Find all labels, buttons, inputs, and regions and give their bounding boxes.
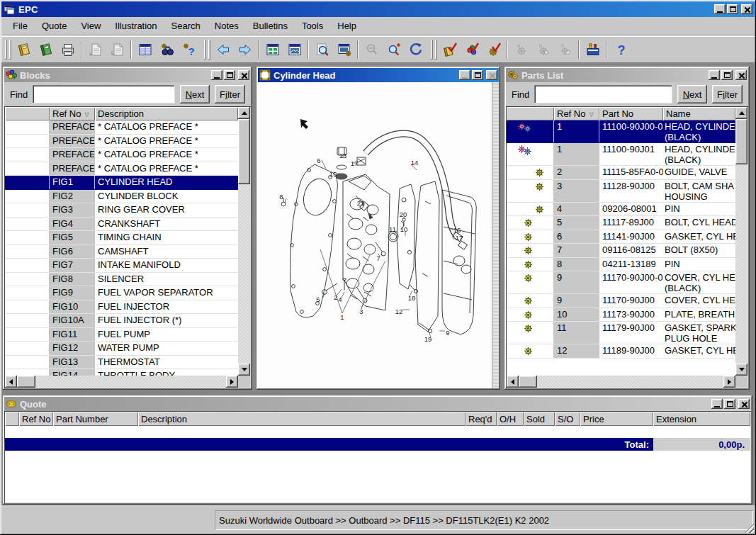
scroll-thumb[interactable] [17, 376, 35, 388]
quote-col-extension[interactable]: Extension [653, 412, 750, 426]
quote-col-reqd[interactable]: Req'd [466, 412, 497, 426]
blocks-row[interactable]: FIG3RING GEAR COVER [5, 203, 238, 218]
blocks-row[interactable]: FIG12WATER PUMP [5, 342, 238, 356]
close-button[interactable] [741, 4, 752, 14]
parts-row[interactable]: 709116-08125BOLT (8X50) [507, 244, 735, 258]
menu-quote[interactable]: Quote [35, 17, 74, 35]
blocks-close-button[interactable] [238, 70, 249, 80]
blocks-horizontal-scrollbar[interactable] [5, 376, 238, 388]
blocks-row[interactable]: FIG7INTAKE MANIFOLD [5, 259, 238, 273]
illustration-settings-button[interactable] [333, 39, 355, 60]
parts-vertical-scrollbar[interactable] [735, 107, 747, 376]
quote-close-button[interactable] [738, 399, 750, 409]
illustration-canvas[interactable]: 13171561482120111016177524311812919 [258, 82, 492, 388]
quote-book-button[interactable] [35, 39, 57, 60]
parts-horizontal-scrollbar[interactable] [507, 376, 735, 388]
parts-row[interactable]: 1111179-90J00GASKET, SPARKPLUG HOLE [507, 322, 735, 344]
blocks-row[interactable]: FIG5TIMING CHAIN [5, 231, 238, 245]
scroll-up-icon[interactable] [735, 107, 747, 119]
scroll-down-icon[interactable] [238, 364, 250, 376]
illustration-maximize-button[interactable] [472, 70, 483, 80]
blocks-filter-button[interactable]: Filter [215, 85, 245, 103]
menu-file[interactable]: File [6, 17, 35, 35]
menu-help[interactable]: Help [330, 17, 363, 35]
parts-col-refno[interactable]: Ref No▽ [554, 107, 599, 120]
quote-col-description[interactable]: Description [138, 412, 466, 426]
parts-row[interactable]: 111100-90J01HEAD, CYLINDE(BLACK) [507, 143, 735, 166]
menu-notes[interactable]: Notes [208, 17, 246, 35]
scroll-right-icon[interactable] [226, 376, 238, 388]
notes-check-button[interactable] [439, 39, 461, 60]
parts-next-button[interactable]: Next [677, 85, 707, 103]
menu-view[interactable]: View [74, 17, 108, 35]
quote-minimize-button[interactable] [711, 399, 723, 409]
scroll-right-icon[interactable] [723, 376, 735, 388]
quote-col-so[interactable]: S/O [555, 412, 580, 426]
parts-find-input[interactable] [534, 85, 672, 103]
table-view-button[interactable] [134, 39, 156, 60]
scroll-down-icon[interactable] [735, 364, 747, 376]
blocks-next-button[interactable]: Next [180, 85, 210, 103]
forward-button[interactable] [234, 39, 256, 60]
quote-col-price[interactable]: Price [580, 412, 653, 426]
parts-col-icon[interactable] [507, 107, 554, 120]
scroll-thumb[interactable] [735, 119, 747, 164]
bulletins-check-button[interactable] [461, 39, 483, 60]
parts-row[interactable]: 511117-89J00BOLT, CYL HEAD [507, 216, 735, 230]
menu-bulletins[interactable]: Bulletins [246, 17, 295, 35]
print-button[interactable] [57, 39, 79, 60]
parts-col-partno[interactable]: Part No [599, 107, 663, 120]
catalog-book-button[interactable] [13, 39, 35, 60]
scroll-up-icon[interactable] [238, 107, 250, 119]
maximize-button[interactable] [727, 4, 738, 14]
find-help-button[interactable]: ? [178, 39, 200, 60]
parts-row[interactable]: 911170-90J00COVER, CYL HE. [507, 294, 735, 308]
blocks-col-icon[interactable] [5, 107, 50, 120]
parts-row[interactable]: 211115-85FA0-0GUIDE, VALVE [507, 166, 735, 180]
blocks-row[interactable]: FIG11FUEL PUMP [5, 328, 238, 342]
scroll-thumb[interactable] [238, 119, 250, 184]
blocks-row[interactable]: FIG1CYLINDER HEAD [5, 176, 238, 190]
parts-row[interactable]: 311128-90J00BOLT, CAM SHAHOUSING [507, 180, 735, 203]
toolbox-button[interactable] [582, 39, 604, 60]
parts-row[interactable]: 911170-90J00-01COVER, CYL HE.(BLACK) [507, 271, 735, 294]
blocks-row[interactable]: FIG10AFUEL INJECTOR (*) [5, 314, 238, 328]
blocks-row[interactable]: FIG4CRANKSHAFT [5, 218, 238, 232]
blocks-row[interactable]: FIG9FUEL VAPOR SEPARATOR [5, 286, 238, 300]
blocks-row[interactable]: FIG10FUEL INJECTOR [5, 300, 238, 315]
quote-maximize-button[interactable] [724, 399, 735, 409]
blocks-row[interactable]: PREFACE* CATALOG PREFACE * [5, 162, 238, 176]
menu-illustration[interactable]: Illustration [108, 17, 164, 35]
refresh-button[interactable] [405, 39, 427, 60]
blocks-row[interactable]: PREFACE* CATALOG PREFACE * [5, 120, 238, 135]
tile-windows-button[interactable] [261, 39, 283, 60]
blocks-row[interactable]: FIG6CAMSHAFT [5, 245, 238, 259]
illustration-view-button[interactable] [283, 39, 305, 60]
blocks-row[interactable]: PREFACE* CATALOG PREFACE * [5, 135, 238, 149]
blocks-vertical-scrollbar[interactable] [238, 107, 250, 376]
parts-row[interactable]: 111100-90J00-01HEAD, CYLINDE(BLACK) [507, 120, 735, 143]
parts-check-button[interactable] [483, 39, 504, 60]
zoom-window-button[interactable] [311, 39, 333, 60]
quote-col-refno[interactable]: Ref No [19, 412, 53, 426]
blocks-row[interactable]: FIG14THROTTLE BODY [5, 369, 238, 376]
parts-row[interactable]: 1211189-90J00GASKET, CYL HE [507, 344, 735, 359]
zoom-in-button[interactable] [383, 39, 405, 60]
parts-close-button[interactable] [735, 70, 747, 80]
blocks-row[interactable]: FIG8SILENCER [5, 273, 238, 287]
parts-col-name[interactable]: Name [663, 107, 735, 120]
menu-tools[interactable]: Tools [295, 17, 330, 35]
scroll-left-icon[interactable] [507, 376, 519, 388]
parts-row[interactable]: 804211-13189PIN [507, 258, 735, 272]
blocks-col-refno[interactable]: Ref No▽ [50, 107, 95, 120]
parts-filter-button[interactable]: Filter [712, 85, 743, 103]
blocks-col-description[interactable]: Description [95, 107, 238, 120]
minimize-button[interactable] [714, 4, 726, 14]
scroll-thumb[interactable] [519, 376, 537, 388]
blocks-minimize-button[interactable] [211, 70, 222, 80]
blocks-row[interactable]: FIG13THERMOSTAT [5, 356, 238, 370]
parts-row[interactable]: 1011173-90J00PLATE, BREATH [507, 308, 735, 322]
help-button[interactable]: ? [609, 39, 631, 60]
menu-search[interactable]: Search [164, 17, 208, 35]
illustration-minimize-button[interactable] [459, 70, 470, 80]
